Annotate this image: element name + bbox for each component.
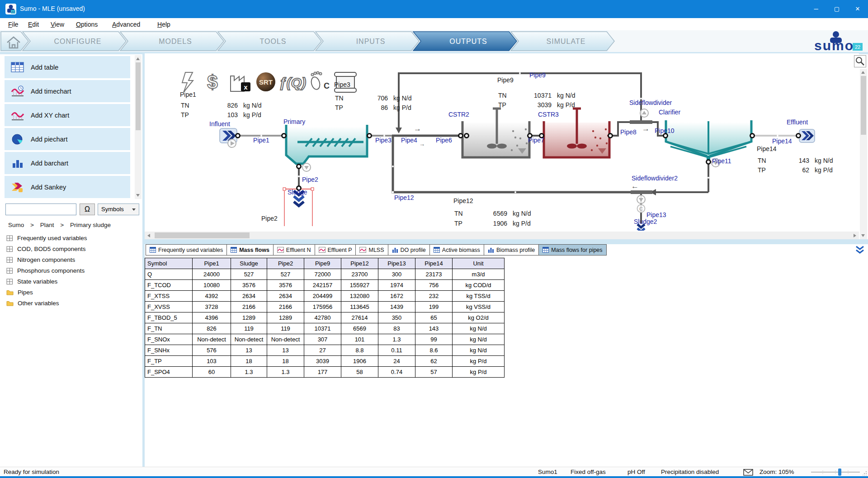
tab-mass-flows[interactable]: Mass flows xyxy=(227,244,274,256)
sideflowdivider2-node[interactable] xyxy=(631,190,652,194)
effluent-node[interactable] xyxy=(799,129,815,142)
table-row: F_TBOD_5439612891289427802761435065kg O2… xyxy=(145,312,505,323)
pipe14-label: Pipe14 xyxy=(772,137,792,145)
maximize-button[interactable]: ▢ xyxy=(826,0,847,18)
tree-item-state-variables[interactable]: State variables xyxy=(6,276,137,287)
plant-icon[interactable]: x xyxy=(231,76,250,91)
pipe2-label: Pipe2 xyxy=(302,176,318,183)
pipe11-label: Pipe11 xyxy=(712,157,731,165)
primary-clarifier[interactable] xyxy=(286,125,367,164)
status-offgas[interactable]: Fixed off-gas xyxy=(571,469,606,475)
tree-item-frequently-used[interactable]: Frequently used variables xyxy=(6,232,137,243)
breadcrumb-sumo[interactable]: Sumo xyxy=(8,222,24,228)
table-row: Q24000527527720002370030023173m3/d xyxy=(145,269,505,280)
cstr2-tank[interactable] xyxy=(462,108,529,157)
tree-item-pipes[interactable]: Pipes xyxy=(6,287,137,298)
tab-active-biomass[interactable]: Active biomass xyxy=(430,244,484,256)
menu-file[interactable]: File xyxy=(8,19,19,30)
tab-do-profile[interactable]: DO profile xyxy=(388,244,430,256)
carbon-footprint-icon[interactable]: C xyxy=(310,72,330,91)
svg-text:Pipe9: Pipe9 xyxy=(497,76,514,84)
breadcrumb-plant[interactable]: Plant xyxy=(40,222,54,228)
envelope-icon[interactable] xyxy=(743,469,753,476)
svg-text:Pipe3: Pipe3 xyxy=(334,81,350,88)
sludge2-outlet[interactable] xyxy=(637,224,645,231)
tab-effluent-n[interactable]: Effluent N xyxy=(274,244,315,256)
add-timechart-button[interactable]: Add timechart xyxy=(5,80,130,102)
breadcrumb-separator: > xyxy=(60,222,64,228)
svg-text:C: C xyxy=(324,81,330,90)
tab-mass-flows-for-pipes[interactable]: Mass flows for pipes xyxy=(539,244,606,256)
chart-icon xyxy=(359,247,366,253)
tab-biomass-profile[interactable]: Biomass profile xyxy=(484,244,539,256)
flow-arrow: → xyxy=(414,124,421,133)
pipe9-callout: Pipe9 TN 10371 kg N/d TP 3039 kg P/d xyxy=(497,76,575,109)
tree-item-nitrogen[interactable]: Nitrogen components xyxy=(6,254,137,265)
add-piechart-button[interactable]: Add piechart xyxy=(5,128,130,150)
table-row: F_SNHx5761313278.80.118.6kg N/d xyxy=(145,345,505,356)
srt-icon[interactable]: SRT xyxy=(256,72,275,91)
tab-tools[interactable]: TOOLS xyxy=(218,32,321,51)
process-diagram-canvas[interactable]: $ x SRT ƒ(Q) C xyxy=(145,53,859,231)
add-table-button[interactable]: Add table xyxy=(5,56,130,78)
play-icon xyxy=(228,139,236,147)
tree-item-phosphorus[interactable]: Phosphorus components xyxy=(6,265,137,276)
status-zoom: Zoom: 105% xyxy=(760,469,794,475)
energy-icon[interactable] xyxy=(182,72,193,92)
zoom-slider[interactable] xyxy=(809,468,863,476)
minimize-button[interactable]: ─ xyxy=(806,0,826,18)
omega-button[interactable]: Ω xyxy=(80,204,95,215)
tab-outputs[interactable]: OUTPUTS xyxy=(413,32,517,51)
diagram-hscrollbar[interactable] xyxy=(145,232,859,239)
resize-grip xyxy=(863,471,867,475)
ribbon: CONFIGURE MODELS TOOLS INPUTS OUTPUTS SI… xyxy=(0,30,868,52)
add-barchart-button[interactable]: Add barchart xyxy=(5,152,130,174)
arrow-down-icon xyxy=(637,195,645,204)
menu-advanced[interactable]: Advanced xyxy=(112,19,140,30)
sidebar-scrollbar[interactable] xyxy=(135,55,142,199)
flow-arrow: ← xyxy=(631,182,639,190)
menu-edit[interactable]: Edit xyxy=(28,19,39,30)
svg-text:TP: TP xyxy=(454,220,462,227)
tab-configure[interactable]: CONFIGURE xyxy=(23,32,126,51)
zoom-slider-thumb[interactable] xyxy=(838,469,841,476)
breadcrumb-primary-sludge[interactable]: Primary sludge xyxy=(70,222,111,228)
tab-effluent-p[interactable]: Effluent P xyxy=(315,244,356,256)
pipe2-black-label: Pipe2 xyxy=(261,215,278,222)
grid-icon xyxy=(6,235,13,241)
add-xychart-button[interactable]: Add XY chart xyxy=(5,104,130,126)
sidebar: Add table Add timechart Add XY chart Add… xyxy=(0,54,142,467)
search-input[interactable] xyxy=(5,204,76,215)
table-header-row: Symbol Pipe1 Sludge Pipe2 Pipe9 Pipe12 P… xyxy=(145,258,505,269)
tab-simulate[interactable]: SIMULATE xyxy=(511,32,614,51)
pipe9-line[interactable] xyxy=(399,73,641,128)
status-model[interactable]: Sumo1 xyxy=(538,469,557,475)
diagram-vscrollbar[interactable] xyxy=(860,69,867,239)
primary-label: Primary xyxy=(283,118,305,125)
tree-item-other-variables[interactable]: Other variables xyxy=(6,298,137,308)
zoom-tool-button[interactable] xyxy=(854,55,866,67)
tree-item-cod-bod5[interactable]: COD, BOD5 components xyxy=(6,243,137,254)
col-symbol: Symbol xyxy=(145,258,193,269)
tab-frequently-used-variables[interactable]: Frequently used variables xyxy=(146,244,227,256)
menu-view[interactable]: View xyxy=(51,19,64,30)
pipe8-label: Pipe8 xyxy=(620,128,637,136)
fq-icon[interactable]: ƒ(Q) xyxy=(279,75,306,90)
close-button[interactable]: ✕ xyxy=(847,0,868,18)
tab-mlss[interactable]: MLSS xyxy=(356,244,388,256)
flow-arrow: → xyxy=(419,141,425,147)
secondary-clarifier[interactable] xyxy=(666,120,751,161)
add-sankey-button[interactable]: Add Sankey xyxy=(5,176,130,198)
menu-help[interactable]: Help xyxy=(157,19,170,30)
col-pipe12: Pipe12 xyxy=(341,258,378,269)
tab-inputs[interactable]: INPUTS xyxy=(316,32,419,51)
status-ph[interactable]: pH Off xyxy=(627,469,645,475)
cost-icon[interactable]: $ xyxy=(207,71,217,93)
status-precipitation[interactable]: Precipitation disabled xyxy=(661,469,719,475)
expand-tabs-button[interactable] xyxy=(854,244,865,256)
svg-text:MODELS: MODELS xyxy=(159,38,192,45)
tab-models[interactable]: MODELS xyxy=(120,32,224,51)
menu-options[interactable]: Options xyxy=(76,19,98,30)
pipe10-label: Pipe10 xyxy=(655,127,675,134)
sideflowdivider-node[interactable] xyxy=(630,120,652,124)
